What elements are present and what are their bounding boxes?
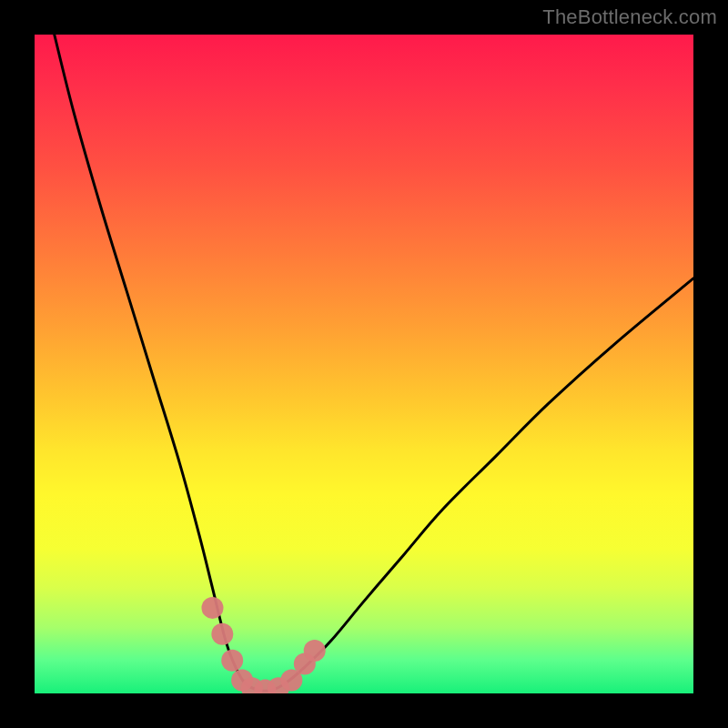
plot-area (35, 35, 693, 693)
marker-right-cluster-2 (304, 640, 326, 662)
marker-left-cluster-3 (221, 650, 243, 672)
watermark-text: TheBottleneck.com (542, 5, 717, 29)
bottleneck-curve (55, 35, 693, 691)
marker-left-cluster-1 (201, 597, 223, 619)
curve-svg (35, 35, 693, 693)
data-markers (201, 597, 325, 693)
marker-left-cluster-2 (211, 623, 233, 645)
chart-frame: TheBottleneck.com (0, 0, 728, 728)
